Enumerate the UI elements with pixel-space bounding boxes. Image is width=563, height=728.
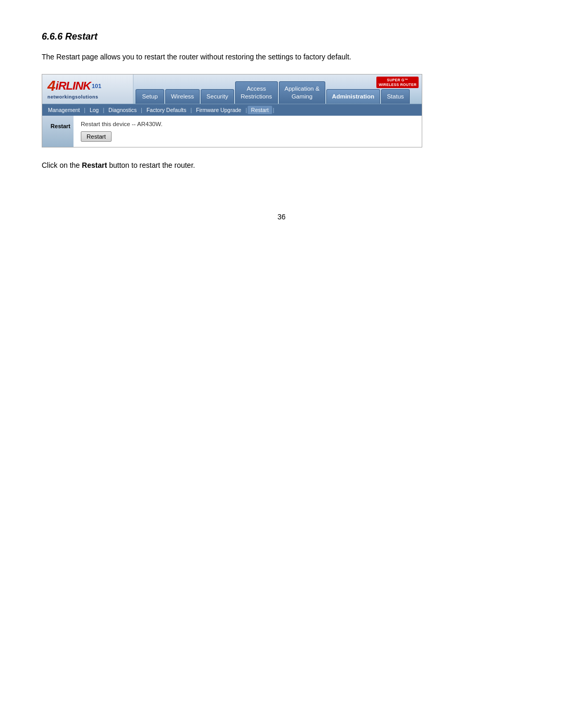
instruction-bold: Restart: [82, 161, 107, 169]
router-header: 4 iRLINK 101 networkingsolutions Setup W…: [42, 75, 422, 104]
subnav-factory-defaults[interactable]: Factory Defaults: [143, 106, 190, 114]
subnav-log[interactable]: Log: [86, 106, 103, 114]
router-ui-screenshot: 4 iRLINK 101 networkingsolutions Setup W…: [42, 74, 422, 147]
sidebar-restart-label: Restart: [51, 123, 70, 129]
restart-button[interactable]: Restart: [81, 131, 112, 142]
logo-subtitle: networkingsolutions: [47, 94, 128, 100]
tab-application-gaming[interactable]: Application &Gaming: [279, 81, 325, 104]
tab-setup[interactable]: Setup: [136, 89, 164, 104]
subnav-restart[interactable]: Restart: [248, 106, 273, 114]
subnav-management[interactable]: Management: [44, 106, 83, 114]
super-g-badge: Super G™Wireless Router: [376, 77, 419, 88]
subnav-diagnostics[interactable]: Diagnostics: [105, 106, 140, 114]
sub-nav: Management | Log | Diagnostics | Factory…: [42, 104, 422, 116]
content-main: Restart this device -- AR430W. Restart: [74, 116, 422, 147]
logo-text: 4 iRLINK 101: [47, 79, 128, 93]
logo-area: 4 iRLINK 101 networkingsolutions: [42, 75, 133, 104]
tab-access-restrictions[interactable]: AccessRestrictions: [235, 81, 278, 104]
tab-security[interactable]: Security: [201, 89, 234, 104]
instruction-suffix: button to restart the router.: [107, 161, 195, 169]
subnav-firmware-upgrade[interactable]: Firmware Upgrade: [192, 106, 245, 114]
page-number: 36: [42, 213, 521, 221]
section-title: 6.6.6 Restart: [42, 31, 521, 42]
instruction-text: Click on the Restart button to restart t…: [42, 160, 521, 171]
content-sidebar: Restart: [42, 116, 74, 147]
logo-airlink: iRLINK: [56, 79, 91, 93]
content-description: Restart this device -- AR430W.: [81, 121, 414, 127]
instruction-prefix: Click on the: [42, 161, 82, 169]
router-content: Restart Restart this device -- AR430W. R…: [42, 116, 422, 147]
tab-wireless[interactable]: Wireless: [165, 89, 200, 104]
tab-status[interactable]: Status: [381, 89, 410, 104]
intro-text: The Restart page allows you to restart t…: [42, 52, 521, 63]
tab-administration[interactable]: Administration: [326, 89, 380, 104]
logo-four: 4: [47, 79, 56, 93]
logo-number: 101: [92, 83, 101, 89]
